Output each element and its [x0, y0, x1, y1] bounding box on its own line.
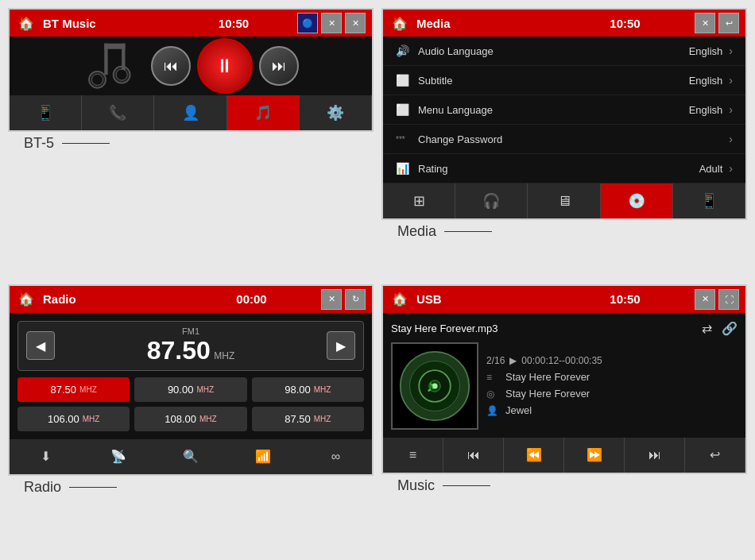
play-icon-small: ▶ [509, 355, 517, 366]
back-icon-media[interactable]: ↩ [718, 13, 739, 33]
rating-label: Rating [418, 163, 699, 175]
usb-header: 🏠 USB 10:50 ✕ ⛶ [383, 286, 745, 313]
menu-language-label: Menu Language [418, 104, 689, 116]
menu-language-row[interactable]: ⬜ Menu Language English › [383, 95, 745, 125]
home-btn-bt[interactable]: 🏠 [16, 13, 37, 33]
bt-music-title: BT Music [37, 17, 170, 30]
usb-song-title: Stay Here Forever [505, 371, 590, 383]
usb-wrapper: 🏠 USB 10:50 ✕ ⛶ Stay Here Forever.mp3 ⇄ … [381, 284, 747, 553]
audio-icon: 🔊 [396, 44, 418, 57]
preset-3-freq: 98.00 [285, 384, 311, 396]
bt-music-label: BT-5 [8, 135, 110, 152]
nav-repeat-usb[interactable]: ↩ [685, 438, 745, 473]
subtitle-row[interactable]: ⬜ Subtitle English › [383, 66, 745, 95]
usb-album-row: ◎ Stay Here Forever [486, 388, 738, 400]
next-track-btn[interactable]: ⏭ [259, 46, 299, 86]
bt-music-header: 🏠 BT Music 10:50 🔵 ✕ ✕ [10, 10, 372, 37]
media-content: 🔊 Audio Language English › ⬜ Subtitle En… [383, 37, 745, 183]
player-controls: ⏮ ⏸ ⏭ [151, 38, 299, 94]
radio-unit: MHZ [214, 350, 234, 361]
nav-headphones[interactable]: 🎧 [455, 183, 528, 218]
close-icon-usb[interactable]: ✕ [695, 289, 715, 310]
close-icon-media[interactable]: ✕ [695, 13, 715, 33]
nav-download[interactable]: ⬇ [10, 439, 82, 474]
menu-language-arrow: › [729, 103, 733, 116]
change-password-arrow: › [729, 133, 733, 145]
nav-person[interactable]: 👤 [154, 95, 226, 130]
link-icon[interactable]: 🔗 [722, 321, 738, 336]
usb-track-info: 2/16 ▶ 00:00:12--00:00:35 ≡ Stay Here Fo… [486, 342, 738, 430]
nav-signal[interactable]: 📶 [227, 439, 300, 474]
svg-text:♪: ♪ [426, 376, 435, 396]
usb-filename: Stay Here Forever.mp3 [391, 322, 498, 334]
nav-prev-usb[interactable]: ⏪ [504, 438, 564, 473]
radio-panel: 🏠 Radio 00:00 ✕ ↻ ◀ FM1 87.50 MHZ ▶ [8, 284, 374, 476]
preset-5[interactable]: 108.00 MHZ [134, 407, 246, 431]
preset-3-unit: MHZ [314, 385, 331, 394]
preset-5-freq: 108.00 [165, 413, 196, 425]
nav-loop[interactable]: ∞ [300, 439, 372, 474]
bt-music-wrapper: 🏠 BT Music 10:50 🔵 ✕ ✕ [8, 8, 374, 276]
nav-prev-prev[interactable]: ⏮ [443, 438, 504, 473]
preset-3[interactable]: 98.00 MHZ [252, 377, 364, 402]
preset-1-freq: 87.50 [51, 384, 77, 396]
audio-language-label: Audio Language [418, 45, 689, 57]
preset-4-unit: MHZ [83, 415, 100, 423]
media-header: 🏠 Media 10:50 ✕ ↩ [383, 10, 745, 37]
nav-phone[interactable]: 📱 [10, 95, 82, 130]
list-icon: ≡ [486, 372, 499, 383]
usb-bottom-nav: ≡ ⏮ ⏪ ⏩ ⏭ ↩ [383, 438, 745, 473]
nav-settings[interactable]: ⚙️ [300, 95, 372, 130]
svg-rect-4 [122, 44, 125, 70]
preset-2[interactable]: 90.00 MHZ [134, 377, 246, 402]
rating-icon: 📊 [396, 162, 418, 175]
shuffle-icon[interactable]: ⇄ [702, 321, 712, 336]
media-wrapper: 🏠 Media 10:50 ✕ ↩ 🔊 Audio Language Engli… [381, 8, 747, 276]
usb-title: USB [410, 292, 556, 306]
preset-4[interactable]: 106.00 MHZ [17, 407, 130, 431]
nav-search-radio[interactable]: 🔍 [154, 439, 226, 474]
prev-track-btn[interactable]: ⏮ [151, 46, 191, 86]
usb-shuffle-repeat: ⇄ 🔗 [702, 321, 738, 336]
bt-music-header-icons: 🔵 ✕ ✕ [297, 13, 366, 33]
audio-language-row[interactable]: 🔊 Audio Language English › [383, 37, 745, 66]
rating-value: Adult [699, 163, 723, 175]
radio-prev-btn[interactable]: ◀ [26, 331, 55, 360]
home-btn-media[interactable]: 🏠 [389, 13, 410, 33]
nav-mobile[interactable]: 📱 [673, 183, 745, 218]
media-title: Media [410, 17, 556, 30]
rating-row[interactable]: 📊 Rating Adult › [383, 154, 745, 183]
usb-artist-row: 👤 Jewel [486, 404, 738, 416]
home-btn-radio[interactable]: 🏠 [16, 289, 37, 310]
refresh-icon-radio[interactable]: ↻ [345, 289, 366, 310]
close-icon-bt[interactable]: ✕ [345, 13, 366, 33]
nav-monitor[interactable]: 🖥 [528, 183, 600, 218]
preset-6-unit: MHZ [314, 415, 331, 423]
preset-6-freq: 87.50 [285, 413, 311, 425]
usb-main: ♪ 2/16 ▶ 00:00:12--00:00:35 ≡ Stay Here … [391, 342, 738, 430]
close-icon-radio[interactable]: ✕ [321, 289, 342, 310]
media-header-icons: ✕ ↩ [695, 13, 739, 33]
bluetooth-icon[interactable]: 🔵 [297, 13, 318, 33]
bt-music-panel: 🏠 BT Music 10:50 🔵 ✕ ✕ [8, 8, 374, 132]
nav-windows[interactable]: ⊞ [383, 183, 455, 218]
change-password-row[interactable]: *** Change Password › [383, 125, 745, 154]
home-btn-usb[interactable]: 🏠 [389, 289, 410, 310]
nav-rss[interactable]: 📡 [82, 439, 154, 474]
radio-next-btn[interactable]: ▶ [327, 331, 355, 360]
nav-next-next[interactable]: ⏭ [625, 438, 685, 473]
preset-1[interactable]: 87.50 MHZ [17, 377, 130, 402]
audio-language-arrow: › [729, 44, 733, 57]
settings-icon-bt[interactable]: ✕ [321, 13, 342, 33]
nav-music[interactable]: 🎵 [227, 95, 300, 130]
play-pause-btn[interactable]: ⏸ [197, 38, 253, 94]
usb-album: Stay Here Forever [505, 388, 590, 400]
radio-header: 🏠 Radio 00:00 ✕ ↻ [10, 286, 372, 313]
preset-6[interactable]: 87.50 MHZ [252, 407, 364, 431]
fullscreen-icon-usb[interactable]: ⛶ [718, 289, 739, 310]
nav-next-usb[interactable]: ⏩ [564, 438, 625, 473]
nav-contacts[interactable]: 📞 [82, 95, 154, 130]
nav-playlist[interactable]: ≡ [383, 438, 443, 473]
nav-disc[interactable]: 💿 [601, 183, 673, 218]
bt-music-bottom-nav: 📱 📞 👤 🎵 ⚙️ [10, 95, 372, 130]
